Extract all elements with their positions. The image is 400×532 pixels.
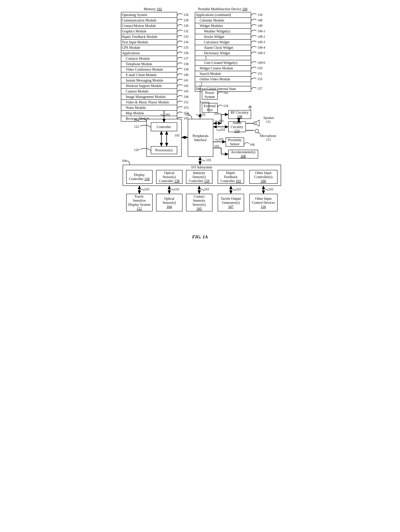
oc-text: Optical Sensor(s) Controller (159, 171, 176, 183)
bus-ref-12: 103 (201, 187, 209, 191)
ref-label: 149-3 (258, 40, 265, 44)
memory-title: Memory 102 (144, 7, 162, 11)
figure-caption: FIG. 1A (7, 229, 393, 240)
oi-text: Other Input Control Devices (252, 196, 275, 205)
ref-label: 130 (184, 24, 189, 28)
table-row: E-mail Client Module (121, 72, 177, 78)
table-row: Applications (continued) (195, 12, 251, 18)
controller-inner-ref: 122 (134, 125, 139, 129)
table-row: Widget Modules (195, 23, 251, 29)
table-row: User-Created Widget(s) (195, 60, 251, 66)
ref-label: 153 (184, 106, 189, 110)
table-row: Camera Module (121, 89, 177, 94)
ref-label: 144 (184, 95, 189, 99)
ref-label: 149-5 (258, 51, 265, 55)
speaker-label: Speaker (264, 116, 274, 120)
ref-label: 152 (184, 100, 189, 104)
ref-label: 136 (184, 51, 189, 55)
other-controller-block: Other Input Controller(s)160 (249, 170, 277, 184)
svg-line-2 (250, 106, 252, 108)
apps-continued-table: Applications (continued)Calendar ModuleW… (195, 12, 251, 92)
table-row: Video & Music Player Module (121, 100, 177, 105)
other-input-block: Other Input Control Devices 116 (249, 194, 277, 211)
ref-label: 136 (258, 13, 263, 17)
ref-label: 155 (258, 77, 263, 81)
power-system-block: Power System (202, 90, 218, 100)
ref-label: 142 (184, 84, 189, 88)
ref-label: 135 (184, 46, 189, 50)
table-row: Online Video Module (195, 77, 251, 82)
ref-label: 132 (184, 29, 189, 33)
memory-table: Operating SystemCommunication ModuleCont… (121, 12, 177, 121)
controller-outer-ref: 104 (134, 118, 139, 122)
table-row: GPS Module (121, 45, 177, 51)
bus-ref-6: 103 (216, 128, 225, 132)
table-row: Operating System (121, 12, 177, 18)
microphone-icon (254, 129, 261, 134)
os-text: Optical Sensor(s) (163, 196, 176, 205)
touch-display-block: Touch- Sensitive Display System 112 (126, 194, 153, 211)
ref-label: 149-1 (258, 29, 265, 33)
dc-ref: 156 (144, 177, 150, 181)
speaker-icon (254, 120, 263, 127)
otc-ref: 160 (261, 179, 266, 183)
ic-text: Intensity Sensor(s) Controller (189, 171, 206, 183)
table-row: Image Management Module (121, 94, 177, 100)
to-text: Tactile Output Generator(s) (221, 196, 241, 205)
table-row: ⋮ (195, 56, 251, 60)
ref-label: 139 (184, 68, 189, 71)
ref-label: 154 (184, 111, 189, 115)
os-ref: 164 (167, 205, 172, 209)
ci-text: Contact Intensity Sensor(s) (192, 195, 206, 207)
bus-ref-3: 103 (196, 113, 205, 117)
controller-block: Controller (151, 122, 177, 131)
table-row: Widget Creator Module (195, 66, 251, 71)
ref-label: 149-6 (258, 61, 265, 65)
table-row: Haptic Feedback Module (121, 34, 177, 40)
bus-ref-14: 103 (265, 187, 273, 191)
table-row: Alarm Clock Widget (195, 45, 251, 51)
bus-ref-7: 103 (215, 137, 224, 141)
otc-text: Other Input Controller(s) (254, 171, 272, 179)
table-row: Workout Support Module (121, 83, 177, 89)
svg-marker-4 (256, 120, 259, 126)
power-system-ref: 162 (223, 91, 228, 95)
processors-block: Processor(s) (151, 146, 177, 154)
ref-label: 137 (184, 57, 189, 60)
ref-label: 138 (184, 62, 189, 66)
intensity-controller-block: Intensity Sensor(s) Controller 159 (186, 170, 212, 184)
bus-ref-1: 103 (160, 113, 170, 117)
bus-ref-9: 103 (202, 158, 211, 162)
table-row: ⋮ (195, 82, 251, 86)
display-controller-block: Display Controller 156 (126, 170, 153, 184)
haptic-controller-block: Haptic Feedback Controller 161 (218, 170, 244, 184)
oc-ref: 158 (174, 179, 179, 183)
bus-ref-11: 103 (171, 187, 179, 191)
ref-label: 148 (258, 18, 263, 22)
ref-label: 150 (258, 66, 263, 70)
device-title-text: Portable Multifunction Device (198, 7, 241, 11)
table-row: Dictionary Widget (195, 51, 251, 56)
external-port-block: External Port (202, 103, 218, 113)
svg-rect-3 (254, 122, 256, 124)
device-title: Portable Multifunction Device 100 (198, 7, 247, 11)
bus-ref-8: 103 (214, 144, 219, 148)
table-row: Contact/Motion Module (121, 23, 177, 29)
ref-label: 143 (184, 89, 189, 93)
microphone-label: Microphone (260, 134, 276, 138)
table-row: Search Module (195, 71, 251, 77)
contact-intensity-block: Contact Intensity Sensor(s) 165 (186, 194, 212, 211)
antenna-icon (248, 105, 253, 110)
io-subsystem-ref: 106 (122, 159, 127, 163)
proximity-sensor-block: Proximity Sensor (226, 137, 244, 146)
ic-ref: 159 (204, 179, 209, 183)
table-row: Instant Messaging Module (121, 78, 177, 83)
hc-ref: 161 (236, 179, 241, 183)
bus-ref-4: 103 (214, 112, 223, 116)
optical-sensors-block: Optical Sensor(s) 164 (156, 194, 183, 211)
optical-controller-block: Optical Sensor(s) Controller 158 (156, 170, 183, 184)
bus-ref-5: 103 (215, 119, 224, 123)
ref-label: 128 (184, 18, 189, 22)
audio-ref: 110 (234, 129, 240, 133)
rf-circuitry-block: RF Circuitry 108 (228, 110, 251, 119)
